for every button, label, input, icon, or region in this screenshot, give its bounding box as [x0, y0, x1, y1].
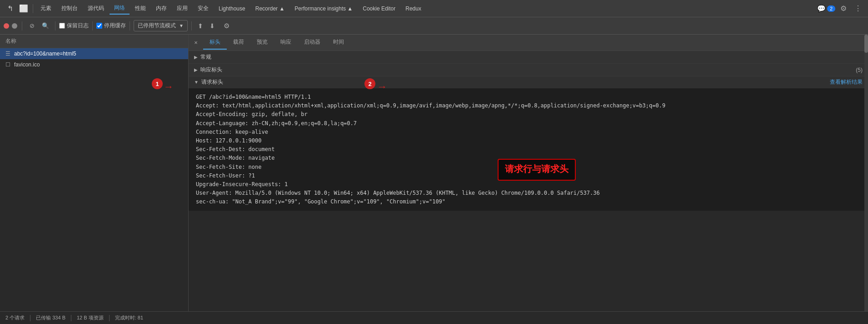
status-sep-1: [30, 315, 30, 321]
record-button[interactable]: [4, 23, 9, 29]
settings-button[interactable]: ⚙: [837, 2, 850, 15]
requests-count: 2 个请求: [5, 314, 25, 321]
left-panel: 名称 ☰ abc?id=100&name=html5 ☐ favicon.ico: [0, 35, 189, 311]
preserve-log-label[interactable]: 保留日志: [59, 22, 89, 30]
disable-cache-checkbox[interactable]: [96, 23, 102, 29]
request-arrow-icon: ▼: [194, 80, 199, 85]
file-icon-abc: ☰: [5, 51, 10, 57]
upload-icon[interactable]: ⬆: [195, 21, 205, 30]
top-toolbar: ↰ ⬜ 元素 控制台 源代码 网络 性能 内存 应用 安全 Lighthouse…: [0, 0, 868, 17]
search-icon[interactable]: 🔍: [40, 20, 51, 32]
tab-elements[interactable]: 元素: [36, 3, 56, 14]
detail-tabs-row: × 标头 载荷 预览 响应 启动器 时间: [189, 35, 868, 51]
devtools-icon[interactable]: ↰: [4, 2, 16, 15]
tab-preview[interactable]: 预览: [250, 35, 274, 50]
request-headers-section-row[interactable]: ▼ 请求标头 查看解析结果: [189, 76, 868, 88]
response-headers-label: 响应标头: [200, 66, 222, 74]
network-settings-icon[interactable]: ⚙: [221, 20, 233, 32]
status-bar: 2 个请求 已传输 334 B 12 B 项资源 完成时时: 81: [0, 311, 868, 324]
left-item-abc[interactable]: ☰ abc?id=100&name=html5: [0, 48, 188, 59]
network-toolbar: ⊘ 🔍 保留日志 停用缓存 已停用节流模式 ▼ ⬆ ⬇ ⚙: [0, 17, 868, 35]
chevron-down-icon: ▼: [179, 23, 184, 28]
resource-size: 12 B 项资源: [77, 314, 104, 321]
tab-lighthouse[interactable]: Lighthouse: [214, 4, 250, 14]
tab-initiator[interactable]: 启动器: [298, 35, 327, 50]
right-panel: × 标头 载荷 预览 响应 启动器 时间 ▶ 常规 ▶ 响应标头: [189, 35, 868, 311]
general-section-row[interactable]: ▶ 常规: [189, 51, 868, 64]
tab-headers[interactable]: 标头: [203, 35, 227, 50]
code-area: GET /abc?id=100&name=html5 HTTP/1.1 Acce…: [189, 88, 868, 211]
finish-time: 完成时时: 81: [115, 314, 143, 321]
tab-console[interactable]: 控制台: [57, 3, 82, 14]
close-detail-button[interactable]: ×: [190, 37, 201, 48]
general-section-label: 常规: [200, 53, 211, 61]
response-headers-section-row[interactable]: ▶ 响应标头 (5): [189, 64, 868, 76]
throttle-dropdown[interactable]: 已停用节流模式 ▼: [134, 20, 188, 31]
status-sep-2: [71, 315, 71, 321]
tab-redux[interactable]: Redux: [401, 4, 426, 14]
preserve-log-checkbox[interactable]: [59, 23, 65, 29]
filter-icon[interactable]: ⊘: [26, 20, 38, 32]
file-icon-favicon: ☐: [5, 61, 10, 68]
more-button[interactable]: ⋮: [852, 2, 864, 15]
response-arrow-icon: ▶: [194, 67, 198, 72]
tab-memory[interactable]: 内存: [151, 3, 171, 14]
tab-sources[interactable]: 源代码: [83, 3, 109, 14]
headers-section: ▶ 常规 ▶ 响应标头 (5) ▼ 请求标头 查看解析结果 GET /a: [189, 51, 868, 311]
disable-cache-label[interactable]: 停用缓存: [96, 22, 126, 30]
left-item-favicon[interactable]: ☐ favicon.ico: [0, 59, 188, 70]
tab-performance-insights[interactable]: Performance insights ▲: [290, 4, 357, 14]
left-panel-header: 名称: [0, 35, 188, 48]
download-icon[interactable]: ⬇: [207, 21, 217, 30]
tab-application[interactable]: 应用: [172, 3, 192, 14]
status-sep-3: [109, 315, 110, 321]
chat-badge[interactable]: 💬 2: [817, 5, 835, 13]
tab-security[interactable]: 安全: [193, 3, 213, 14]
view-parsed-link[interactable]: 查看解析结果: [830, 78, 863, 86]
tab-cookie-editor[interactable]: Cookie Editor: [358, 4, 400, 14]
tab-network[interactable]: 网络: [110, 2, 130, 15]
code-content: GET /abc?id=100&name=html5 HTTP/1.1 Acce…: [196, 93, 861, 206]
clear-button[interactable]: [12, 23, 17, 29]
tab-response[interactable]: 响应: [274, 35, 298, 50]
transferred-size: 已传输 334 B: [36, 314, 65, 321]
vertical-scrollbar[interactable]: [864, 35, 868, 311]
tab-timing[interactable]: 时间: [327, 35, 350, 50]
general-arrow-icon: ▶: [194, 55, 198, 60]
tab-recorder[interactable]: Recorder ▲: [251, 4, 289, 14]
tab-payload[interactable]: 载荷: [227, 35, 250, 50]
tab-performance[interactable]: 性能: [130, 3, 150, 14]
scrollbar-thumb[interactable]: [864, 35, 868, 53]
badge-count: 2: [827, 5, 835, 12]
response-count-badge: (5): [856, 67, 863, 73]
request-headers-label: 请求标头: [201, 78, 223, 86]
dock-icon[interactable]: ⬜: [17, 2, 30, 15]
